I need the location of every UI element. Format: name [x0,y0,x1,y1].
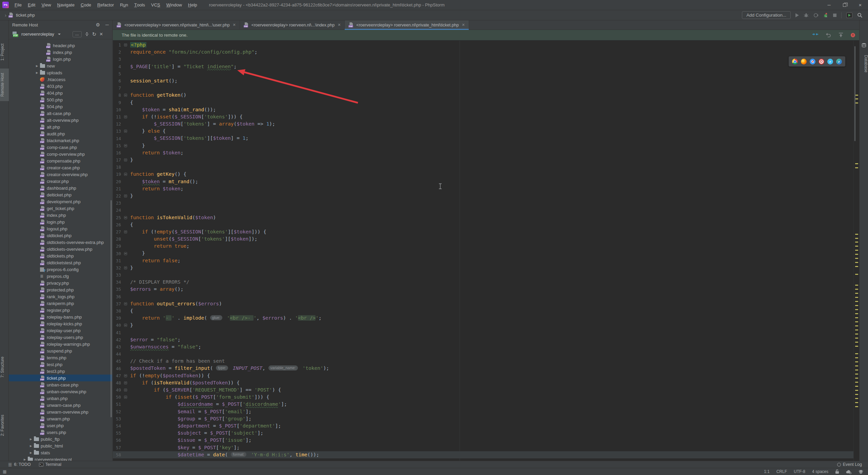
code-line-13[interactable]: 13 } else { [113,128,853,135]
code-line-18[interactable]: 18 [113,164,853,171]
sidebar-item-remote-host[interactable]: Remote Host [0,69,9,101]
code-line-21[interactable]: 21 return $token; [113,185,853,192]
tree-item-oldtickets-overview-extra-php[interactable]: PHPoldtickets-overview-extra.php [9,239,112,246]
tree-item-prepros-cfg[interactable]: ≣prepros.cfg [9,273,112,280]
fold-marker-icon[interactable] [124,252,127,255]
fold-marker-icon[interactable] [124,374,127,377]
menu-help[interactable]: Help [185,0,200,10]
code-line-25[interactable]: 25function isTokenValid($token) [113,214,853,221]
minimize-button[interactable]: ─ [821,0,837,10]
code-line-33[interactable]: 33 [113,271,853,279]
code-line-43[interactable]: 43$unwarnsucces = "false"; [113,343,853,350]
tree-item-roleplay-users-php[interactable]: PHProleplay-users.php [9,334,112,341]
compare-remote-icon[interactable] [812,33,818,37]
code-line-48[interactable]: 48 if (isTokenValid($postedToken)) { [113,379,853,386]
menu-file[interactable]: File [12,0,25,10]
code-line-58[interactable]: 58 $datetime = date( format: 'Y-m-d H:i:… [113,451,853,458]
code-line-17[interactable]: 17} [113,156,853,164]
tree-item-unwarn-php[interactable]: PHPunwarn.php [9,415,112,422]
warning-stripe-mark[interactable] [855,386,858,387]
warning-stripe-mark[interactable] [855,309,858,310]
fold-marker-icon[interactable] [124,396,127,399]
warning-stripe-mark[interactable] [855,353,858,354]
fold-marker-icon[interactable] [124,230,127,233]
tree-item-logout-php[interactable]: PHPlogout.php [9,225,112,232]
sidebar-item-database[interactable]: Database [860,50,868,77]
warning-stripe-mark[interactable] [855,167,858,168]
warning-stripe-mark[interactable] [855,289,858,290]
code-line-31[interactable]: 31 return false; [113,257,853,264]
editor-scrollbar[interactable] [854,46,855,141]
run-anything-icon[interactable] [846,13,852,18]
tree-item-oldticketstest-php[interactable]: PHPoldticketstest.php [9,259,112,266]
fold-marker-icon[interactable] [124,216,127,219]
coverage-icon[interactable] [813,13,819,18]
fold-marker-icon[interactable] [124,388,127,392]
tree-item-test-php[interactable]: PHPtest.php [9,361,112,368]
tree-item-privacy-php[interactable]: PHPprivacy.php [9,280,112,286]
menu-code[interactable]: Code [78,0,94,10]
warning-stripe-mark[interactable] [855,390,858,391]
tree-item-prepros-6-config[interactable]: prepros-6.config [9,266,112,273]
menu-run[interactable]: Run [117,0,131,10]
tree-item-login-php[interactable]: PHPlogin.php [9,56,112,62]
warning-stripe-mark[interactable] [855,325,858,326]
warning-stripe-mark[interactable] [855,305,858,306]
warning-stripe-mark[interactable] [855,402,858,403]
fold-marker-icon[interactable] [124,266,127,269]
code-line-41[interactable]: 41 [113,329,853,336]
editor-tab[interactable]: PHP<roerveenroleplay> roerveen.nl\privat… [113,20,240,30]
code-line-15[interactable]: 15 } [113,142,853,149]
tree-item-alt-php[interactable]: PHPalt.php [9,124,112,130]
tree-item-suspend-php[interactable]: PHPsuspend.php [9,347,112,354]
warning-stripe-mark[interactable] [855,242,858,243]
menu-vcs[interactable]: VCS [148,0,163,10]
warning-stripe-mark[interactable] [855,246,858,247]
tree-item-index-php[interactable]: PHPindex.php [9,212,112,218]
inspector-profile-icon[interactable] [859,469,863,474]
warning-stripe-mark[interactable] [855,262,858,263]
code-line-35[interactable]: 35$errors = array(); [113,286,853,293]
fold-marker-icon[interactable] [124,194,127,197]
code-line-56[interactable]: 56 $issue = $_POST['issue']; [113,437,853,444]
warning-stripe-mark[interactable] [855,346,858,347]
code-line-55[interactable]: 55 $subject = $_POST['subject']; [113,430,853,437]
fold-marker-icon[interactable] [124,173,127,176]
code-line-28[interactable]: 28 unset($_SESSION['tokens'][$token]); [113,235,853,243]
tree-item-oldtickets-php[interactable]: PHPoldtickets.php [9,252,112,259]
tree-item-unwarn-case-php[interactable]: PHPunwarn-case.php [9,402,112,408]
refresh-icon[interactable]: ↻ [92,31,97,37]
warning-stripe-mark[interactable] [855,374,858,375]
tree-item-user-php[interactable]: PHPuser.php [9,422,112,429]
tree-item-oldtickets-overview-php[interactable]: PHPoldtickets-overview.php [9,246,112,252]
warning-stripe-mark[interactable] [855,250,858,251]
tool-windows-grid-icon[interactable]: ▦ [3,469,6,474]
code-line-9[interactable]: 9{ [113,99,853,106]
warning-stripe-mark[interactable] [855,313,858,314]
code-line-42[interactable]: 42$error = "false"; [113,336,853,343]
tree-item-creator-overview-php[interactable]: PHPcreator-overview.php [9,171,112,178]
tree-item--htaccess[interactable]: .htaccess [9,76,112,83]
tree-item-unban-case-php[interactable]: PHPunban-case.php [9,381,112,388]
warning-stripe-mark[interactable] [855,406,858,407]
tree-item-register-php[interactable]: PHPregister.php [9,307,112,314]
code-line-47[interactable]: 47if (!empty($postedToken)) { [113,372,853,379]
warning-stripe-mark[interactable] [855,321,858,322]
expand-arrow-icon[interactable]: ▶ [34,71,40,74]
warning-stripe-mark[interactable] [855,357,858,358]
tree-scrollbar[interactable] [110,200,112,417]
code-line-29[interactable]: 29 return true; [113,243,853,250]
tree-item-unwarn-overview-php[interactable]: PHPunwarn-overview.php [9,408,112,415]
tree-item-blackmarket-php[interactable]: PHPblackmarket.php [9,137,112,144]
line-separator[interactable]: CRLF [776,469,787,474]
code-line-10[interactable]: 10 $token = sha1(mt_rand()); [113,106,853,113]
code-line-4[interactable]: 4$_PAGE['title'] = "Ticket indienen"; [113,63,853,70]
tree-item-login-php[interactable]: PHPlogin.php [9,218,112,225]
warning-stripe-mark[interactable] [855,394,858,395]
code-line-39[interactable]: 39 return '- ' . implode( glue: '<br />-… [113,315,853,322]
tree-item-rank-logs-php[interactable]: PHPrank_logs.php [9,293,112,300]
warning-stripe-mark[interactable] [855,329,858,330]
safari-browser-icon[interactable] [810,59,815,64]
terminal-tool-button[interactable]: >_ Terminal [39,462,61,467]
fold-marker-icon[interactable] [124,130,127,133]
